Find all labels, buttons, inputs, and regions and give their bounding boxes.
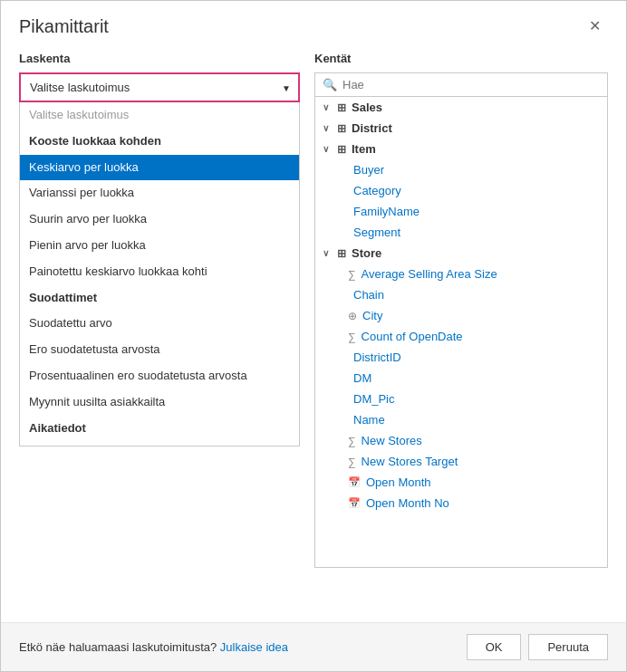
pikamittarit-dialog: Pikamittarit ✕ Laskenta Valitse laskutoi…	[0, 0, 627, 672]
field-label: DM_Pic	[353, 392, 395, 406]
field-label: Name	[353, 413, 385, 427]
search-icon: 🔍	[323, 78, 337, 91]
sigma-icon: ∑	[348, 456, 356, 468]
footer-buttons: OK Peruuta	[467, 634, 608, 660]
tree-table-store[interactable]: ⊞Store	[315, 243, 607, 264]
table-icon: ⊞	[337, 122, 346, 135]
chevron-icon	[323, 123, 333, 133]
tree-field-new_stores[interactable]: ∑New Stores	[315, 430, 607, 451]
field-label: Count of OpenDate	[362, 330, 463, 343]
calculation-list[interactable]: Valitse laskutoimusKooste luokkaa kohden…	[19, 102, 300, 446]
calculation-dropdown[interactable]: Valitse laskutoimus	[19, 72, 300, 102]
cancel-button[interactable]: Peruuta	[528, 634, 608, 660]
field-label: DM	[353, 371, 371, 385]
sigma-icon: ∑	[348, 435, 356, 447]
tree-field-open_month_no[interactable]: 📅Open Month No	[315, 493, 607, 514]
table-label: Sales	[352, 101, 382, 114]
list-item-vuoden_alusta[interactable]: Summa vuoden alusta	[20, 441, 299, 446]
search-input[interactable]	[342, 78, 600, 91]
calendar-icon: 📅	[348, 497, 361, 509]
close-button[interactable]: ✕	[582, 15, 608, 37]
tree-field-familyname[interactable]: FamilyName	[315, 201, 607, 222]
list-item-prosentuaalinen[interactable]: Prosentuaalinen ero suodatetusta arvosta	[20, 363, 299, 389]
list-item-pienin[interactable]: Pienin arvo per luokka	[20, 233, 299, 259]
list-item-keskiarvo[interactable]: Keskiarvo per luokka	[20, 155, 299, 181]
left-panel: Laskenta Valitse laskutoimus ▼ Valitse l…	[19, 52, 300, 608]
tree-field-count_opendate[interactable]: ∑Count of OpenDate	[315, 326, 607, 347]
field-label: Category	[353, 184, 401, 197]
tree-field-dm_pic[interactable]: DM_Pic	[315, 389, 607, 409]
right-panel: Kentät 🔍 ⊞Sales⊞District⊞ItemBuyerCatego…	[314, 52, 608, 608]
field-label: FamilyName	[353, 205, 420, 218]
sigma-icon: ∑	[348, 268, 356, 281]
list-item-suurin[interactable]: Suurin arvo per luokka	[20, 206, 299, 233]
list-item-group1_header: Kooste luokkaa kohden	[20, 129, 299, 155]
globe-icon: ⊕	[348, 310, 357, 322]
calendar-icon: 📅	[348, 476, 361, 488]
tree-table-district[interactable]: ⊞District	[315, 118, 607, 139]
calculation-dropdown-container: Valitse laskutoimus ▼	[19, 72, 300, 102]
list-item-group2_header: Suodattimet	[20, 285, 299, 312]
field-label: Segment	[353, 226, 400, 239]
table-icon: ⊞	[337, 247, 346, 260]
field-label: New Stores Target	[362, 455, 458, 468]
tree-table-sales[interactable]: ⊞Sales	[315, 97, 607, 118]
field-label: Chain	[353, 288, 384, 302]
field-label: Buyer	[353, 163, 384, 177]
table-label: District	[352, 121, 392, 135]
list-item-painotettu[interactable]: Painotettu keskiarvo luokkaa kohti	[20, 259, 299, 285]
search-box: 🔍	[314, 72, 608, 97]
list-item-ero[interactable]: Ero suodatetusta arvosta	[20, 337, 299, 363]
tree-field-name[interactable]: Name	[315, 409, 607, 430]
field-label: Average Selling Area Size	[362, 267, 497, 281]
tree-field-chain[interactable]: Chain	[315, 284, 607, 305]
dialog-title: Pikamittarit	[19, 16, 109, 37]
tree-field-city[interactable]: ⊕City	[315, 305, 607, 326]
chevron-icon	[323, 144, 333, 154]
list-item-myynnit[interactable]: Myynnit uusilta asiakkailta	[20, 389, 299, 416]
tree-field-open_month[interactable]: 📅Open Month	[315, 472, 607, 493]
table-icon: ⊞	[337, 143, 346, 156]
field-label: City	[362, 309, 382, 322]
tree-field-segment[interactable]: Segment	[315, 222, 607, 243]
footer-question: Etkö näe haluamaasi laskutoimitusta? Jul…	[19, 640, 288, 654]
ok-button[interactable]: OK	[467, 634, 522, 660]
field-label: DistrictID	[353, 350, 401, 364]
tree-field-category[interactable]: Category	[315, 180, 607, 201]
list-item-group3_header: Aikatiedot	[20, 416, 299, 442]
table-label: Store	[352, 246, 381, 260]
sigma-icon: ∑	[348, 331, 356, 343]
tree-field-buyer[interactable]: Buyer	[315, 159, 607, 180]
field-label: New Stores	[362, 434, 422, 447]
table-icon: ⊞	[337, 101, 346, 114]
kentat-label: Kentät	[314, 52, 608, 65]
field-label: Open Month No	[366, 496, 449, 510]
list-item-suodatettu[interactable]: Suodatettu arvo	[20, 311, 299, 337]
tree-field-dm[interactable]: DM	[315, 368, 607, 389]
tree-table-item[interactable]: ⊞Item	[315, 139, 607, 159]
laskenta-label: Laskenta	[19, 52, 300, 65]
dialog-footer: Etkö näe haluamaasi laskutoimitusta? Jul…	[1, 622, 626, 671]
tree-field-avg_selling[interactable]: ∑Average Selling Area Size	[315, 264, 607, 284]
fields-tree: ⊞Sales⊞District⊞ItemBuyerCategoryFamilyN…	[314, 97, 608, 568]
tree-field-new_stores_target[interactable]: ∑New Stores Target	[315, 451, 607, 472]
tree-field-districtid[interactable]: DistrictID	[315, 347, 607, 368]
list-item-placeholder: Valitse laskutoimus	[20, 102, 299, 129]
chevron-icon	[323, 248, 333, 258]
dialog-header: Pikamittarit ✕	[1, 1, 626, 44]
dialog-body: Laskenta Valitse laskutoimus ▼ Valitse l…	[1, 44, 626, 622]
list-item-varianssi[interactable]: Varianssi per luokka	[20, 180, 299, 206]
chevron-icon	[323, 102, 333, 112]
publish-idea-link[interactable]: Julkaise idea	[220, 640, 288, 654]
table-label: Item	[352, 142, 376, 156]
field-label: Open Month	[366, 475, 431, 489]
